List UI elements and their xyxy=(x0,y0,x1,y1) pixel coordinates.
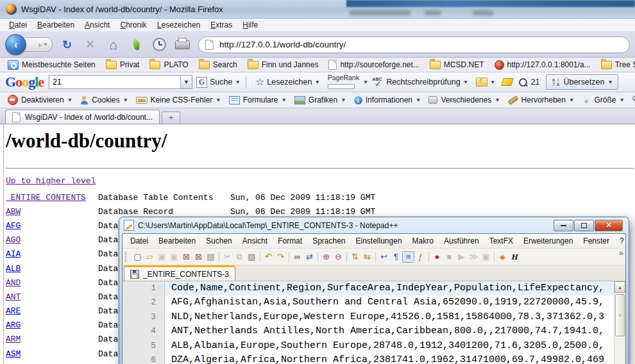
translate-button[interactable]: aí7ä Übersetzen ▼ xyxy=(546,74,618,90)
webdev-tools-menu[interactable]: Extras▼ xyxy=(629,95,635,104)
toolbar-overflow-icon[interactable]: » xyxy=(619,249,625,258)
stop-button[interactable]: ✕ xyxy=(81,36,99,53)
copy-icon[interactable]: ⧉ xyxy=(233,251,246,263)
bookmark-item[interactable]: Tree Samples xyxy=(596,58,635,72)
npp-menu-makro[interactable]: Makro xyxy=(407,235,439,247)
editor-scrollbar[interactable]: ▲ ≡ xyxy=(614,281,625,364)
google-bookmarks-button[interactable]: ☆ Lesezeichen ▼ xyxy=(251,74,324,90)
chevron-down-icon[interactable]: ▼ xyxy=(216,97,221,103)
print-button[interactable] xyxy=(174,36,191,53)
open-file-icon[interactable]: ▱ xyxy=(144,251,156,263)
bookmark-item[interactable]: http://sourceforge.net... xyxy=(323,58,424,72)
search-dropdown-icon[interactable]: ▼ xyxy=(180,76,192,88)
send-to-button[interactable]: ▼ xyxy=(472,74,499,90)
show-all-symbols-icon[interactable]: ¶ xyxy=(390,251,402,263)
plugin-tool-icon[interactable]: ◈ xyxy=(496,251,509,263)
close-all-icon[interactable]: ⊠ xyxy=(192,251,205,263)
macro-save-icon[interactable]: ▣ xyxy=(480,251,492,263)
directory-link[interactable]: AFG xyxy=(6,221,98,231)
chevron-down-icon[interactable]: ▼ xyxy=(235,79,240,85)
google-search-box[interactable]: ▼ xyxy=(49,75,192,89)
chevron-down-icon[interactable]: ▼ xyxy=(314,79,319,85)
webdev-resize-menu[interactable]: Größe▼ xyxy=(578,95,628,104)
editor-area[interactable]: 1Code,Name,Continent,Region,SurfaceArea,… xyxy=(123,281,625,364)
directory-link[interactable]: ABW xyxy=(6,207,98,217)
chevron-down-icon[interactable]: ▼ xyxy=(67,97,72,103)
directory-link[interactable]: ARE xyxy=(6,306,98,316)
menu-item-chronik[interactable]: Chronik xyxy=(115,19,151,31)
word-wrap-icon[interactable]: ↩ xyxy=(378,251,390,263)
bookmark-item[interactable]: Meistbesuchte Seiten xyxy=(3,58,101,72)
menu-item-extras[interactable]: Extras xyxy=(205,19,237,31)
home-button[interactable]: ⌂ xyxy=(105,36,122,53)
line-text[interactable]: DZA,Algeria,Africa,Northern Africa,23817… xyxy=(165,353,614,364)
reload-button[interactable]: ↻ xyxy=(58,36,76,53)
npp-menu-help[interactable]: ? xyxy=(614,235,626,247)
webdev-misc-menu[interactable]: Verschiedenes▼ xyxy=(425,95,504,104)
new-tab-button[interactable]: + xyxy=(162,112,180,124)
save-icon[interactable]: ▣ xyxy=(156,251,168,263)
close-button[interactable]: ✕ xyxy=(595,220,623,231)
location-bar[interactable] xyxy=(198,37,630,53)
line-text[interactable]: AFG,Afghanistan,Asia,Southern and Centra… xyxy=(165,295,614,310)
bookmark-item[interactable]: Privat xyxy=(101,58,145,72)
macro-run-multiple-icon[interactable]: ≫ xyxy=(468,251,480,263)
npp-menu-suchen[interactable]: Suchen xyxy=(201,235,237,247)
redo-icon[interactable]: ↷ xyxy=(275,251,287,263)
webdev-disable-menu[interactable]: Deaktivieren▼ xyxy=(4,95,76,105)
back-button[interactable]: ‹ xyxy=(5,34,26,55)
chevron-down-icon[interactable]: ▼ xyxy=(463,79,468,85)
replace-icon[interactable]: ⇄ xyxy=(303,251,316,263)
npp-menu-ausführen[interactable]: Ausführen xyxy=(439,235,484,247)
webdev-outline-menu[interactable]: Hervorheben▼ xyxy=(504,95,579,104)
npp-menu-format[interactable]: Format xyxy=(273,235,307,247)
npp-menu-erweiterungen[interactable]: Erweiterungen xyxy=(518,235,578,247)
chevron-down-icon[interactable]: ▼ xyxy=(341,97,346,103)
up-to-higher-level-link[interactable]: Up to higher level xyxy=(6,176,96,186)
undo-icon[interactable]: ↶ xyxy=(262,251,275,263)
bookmark-item[interactable]: http://127.0.0.1:8001/a... xyxy=(489,58,596,72)
notepadpp-titlebar[interactable]: C:\Users\Martin\AppData\Local\Temp\_ENTI… xyxy=(122,217,626,233)
highlighter-icon[interactable] xyxy=(501,78,514,86)
scroll-up-icon[interactable]: ▲ xyxy=(614,281,625,293)
paste-icon[interactable]: ▧ xyxy=(246,251,258,263)
chevron-down-icon[interactable]: ▼ xyxy=(607,79,613,85)
bookmark-item[interactable]: MCSD.NET xyxy=(425,58,489,72)
macro-playback-icon[interactable]: ▶ xyxy=(455,251,468,263)
zoom-in-icon[interactable]: ⊕ xyxy=(320,251,332,263)
directory-link[interactable]: ARM xyxy=(6,335,98,344)
save-all-icon[interactable]: ▣ xyxy=(168,251,180,263)
webdev-info-menu[interactable]: Informationen▼ xyxy=(350,95,425,104)
line-text[interactable]: ALB,Albania,Europe,Southern Europe,28748… xyxy=(165,339,614,353)
directory-link[interactable]: ASM xyxy=(6,349,98,359)
macro-record-icon[interactable]: ● xyxy=(431,251,443,263)
tab-wsgidav[interactable]: WsgiDAV - Index of /world-db/count... xyxy=(5,110,160,124)
scrollbar-thumb[interactable]: ≡ xyxy=(615,294,625,336)
html-tidy-icon[interactable]: H xyxy=(509,251,521,263)
npp-menu-sprachen[interactable]: Sprachen xyxy=(307,235,350,247)
url-input[interactable] xyxy=(218,39,623,50)
macro-stop-icon[interactable]: ■ xyxy=(443,251,455,263)
menu-item-bearbeiten[interactable]: Bearbeiten xyxy=(32,19,80,31)
directory-link[interactable]: ALB xyxy=(6,264,98,274)
directory-link[interactable]: ANT xyxy=(6,292,98,302)
directory-link[interactable]: AND xyxy=(6,278,98,288)
chevron-down-icon[interactable]: ▼ xyxy=(416,97,421,103)
forward-dropdown-icon[interactable]: ▼ xyxy=(43,42,48,47)
chevron-down-icon[interactable]: ▼ xyxy=(363,79,368,85)
npp-menu-fenster[interactable]: Fenster xyxy=(578,235,614,247)
chevron-down-icon[interactable]: ▼ xyxy=(281,97,286,103)
webdev-forms-menu[interactable]: Formulare▼ xyxy=(225,95,291,104)
directory-link[interactable]: AIA xyxy=(6,249,98,259)
npp-menu-datei[interactable]: Datei xyxy=(125,235,153,247)
menu-item-lesezeichen[interactable]: Lesezeichen xyxy=(152,19,205,31)
chevron-down-icon[interactable]: ▼ xyxy=(619,97,624,103)
npp-menu-bearbeiten[interactable]: Bearbeiten xyxy=(153,235,201,247)
npp-menu-einstellungen[interactable]: Einstellungen xyxy=(351,235,407,247)
bookmark-item[interactable]: Finn und Jannes xyxy=(242,58,324,72)
cut-icon[interactable]: ✂ xyxy=(221,251,233,263)
minimize-button[interactable] xyxy=(554,220,573,231)
google-search-input[interactable] xyxy=(49,77,180,87)
sync-scroll-vertical-icon[interactable]: ⇅ xyxy=(349,251,361,263)
line-text[interactable]: ANT,Netherlands Antilles,North America,C… xyxy=(165,324,614,338)
